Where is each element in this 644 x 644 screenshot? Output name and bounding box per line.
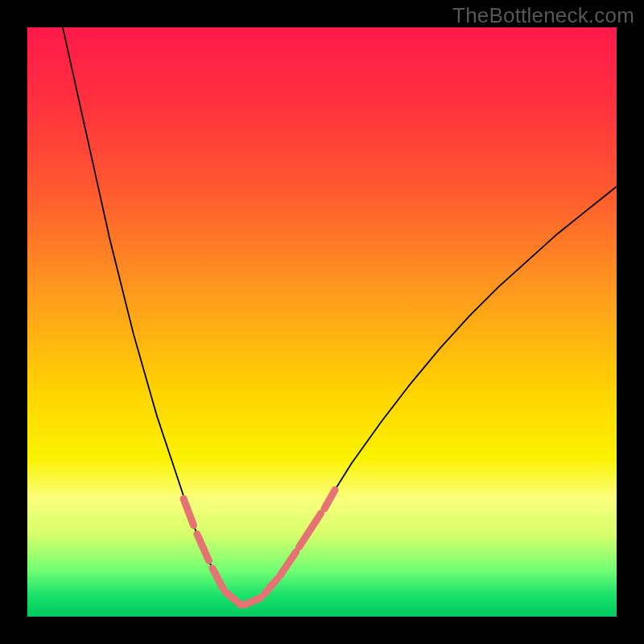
gradient-background (27, 27, 617, 617)
watermark-label: TheBottleneck.com (452, 3, 634, 28)
chart-frame: TheBottleneck.com (0, 0, 644, 644)
bottleneck-chart (27, 27, 617, 617)
